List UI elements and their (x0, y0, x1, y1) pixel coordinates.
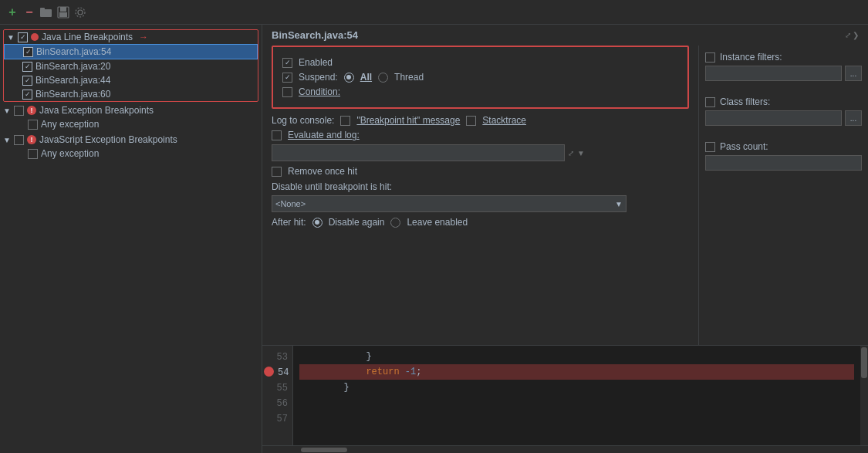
main-content: ▼ Java Line Breakpoints → BinSearch.java… (0, 25, 868, 453)
instance-filters-checkbox[interactable] (705, 52, 715, 63)
evaluate-text-input[interactable] (272, 144, 565, 161)
red-arrow-icon: → (139, 32, 148, 42)
binsearch-20-item[interactable]: BinSearch.java:20 (4, 59, 258, 73)
return-keyword: return (366, 367, 399, 377)
all-radio[interactable] (344, 73, 354, 83)
remove-icon[interactable]: − (23, 6, 35, 19)
condition-row: Condition: (282, 86, 678, 97)
class-filters-dots-button[interactable]: ... (845, 110, 862, 126)
js-exception-group: ▼ ! JavaScript Exception Breakpoints Any… (0, 133, 262, 161)
js-exception-dot-icon: ! (27, 135, 36, 144)
code-gutter: 53 54 55 56 57 (262, 346, 293, 445)
gutter-line-56: 56 (262, 395, 292, 411)
after-hit-row: After hit: Disable again Leave enabled (272, 217, 689, 228)
thread-radio[interactable] (378, 73, 388, 83)
java-line-breakpoints-checkbox[interactable] (18, 32, 28, 42)
vertical-scrollbar[interactable] (860, 346, 868, 445)
settings-icon[interactable] (74, 6, 86, 19)
gutter-line-53: 53 (262, 349, 292, 364)
pass-count-section: Pass count: (705, 141, 862, 171)
java-any-exception-item[interactable]: Any exception (0, 117, 262, 131)
evaluate-log-checkbox[interactable] (272, 130, 282, 140)
save-icon[interactable] (57, 6, 69, 19)
line-number-53: 53 (277, 352, 288, 363)
disable-again-radio[interactable] (312, 218, 323, 228)
line-number-55: 55 (277, 383, 288, 394)
disable-until-section: Disable until breakpoint is hit: <None> … (272, 181, 689, 212)
js-exception-checkbox[interactable] (14, 135, 24, 145)
java-line-breakpoints-header[interactable]: ▼ Java Line Breakpoints → (4, 30, 258, 44)
expand-icon[interactable]: ⤢ (845, 31, 851, 39)
binsearch-54-item[interactable]: BinSearch.java:54 (4, 44, 258, 59)
java-exception-header[interactable]: ▼ ! Java Exception Breakpoints (0, 103, 262, 117)
remove-once-hit-row: Remove once hit (272, 166, 689, 177)
class-filters-checkbox[interactable] (705, 97, 715, 107)
suspend-checkbox[interactable] (282, 73, 292, 83)
disable-again-label: Disable again (329, 217, 385, 228)
instance-filters-input[interactable] (705, 66, 842, 81)
stacktrace-checkbox[interactable] (466, 116, 476, 126)
java-line-breakpoints-border: ▼ Java Line Breakpoints → BinSearch.java… (3, 29, 258, 102)
instance-filters-dots-button[interactable]: ... (845, 66, 862, 81)
class-filters-label-row: Class filters: (705, 96, 862, 107)
none-dropdown[interactable]: <None> ▼ (272, 195, 627, 212)
panel-title: BinSearch.java:54 (272, 29, 358, 41)
remove-once-hit-checkbox[interactable] (272, 167, 282, 177)
binsearch-20-checkbox[interactable] (22, 62, 32, 72)
js-any-exception-checkbox[interactable] (28, 149, 38, 159)
js-exception-header[interactable]: ▼ ! JavaScript Exception Breakpoints (0, 133, 262, 147)
evaluate-input-row: ⤢ ▼ (272, 144, 689, 161)
middle-content: Enabled Suspend: All Thread (262, 46, 698, 345)
log-to-console-label: Log to console: (272, 115, 334, 126)
svg-rect-4 (59, 12, 67, 17)
all-label: All (360, 72, 372, 83)
code-line-56 (299, 395, 854, 411)
h-scrollbar-thumb[interactable] (301, 448, 347, 452)
eval-expand-icon[interactable]: ⤢ (568, 149, 574, 157)
eval-arrow-icon[interactable]: ▼ (577, 149, 585, 157)
binsearch-54-checkbox[interactable] (23, 47, 33, 57)
log-console-checkbox[interactable] (340, 116, 350, 126)
code-line-55: } (299, 380, 854, 395)
horizontal-scrollbar[interactable] (262, 445, 868, 453)
js-any-exception-item[interactable]: Any exception (0, 147, 262, 161)
remove-once-hit-label: Remove once hit (288, 166, 357, 177)
java-any-exception-label: Any exception (41, 119, 99, 130)
exception-arrow-icon: ▼ (3, 106, 11, 115)
leave-enabled-radio[interactable] (390, 218, 400, 228)
folder-icon[interactable] (40, 6, 52, 19)
thread-label: Thread (394, 72, 424, 83)
java-any-exception-checkbox[interactable] (28, 120, 38, 130)
enabled-label: Enabled (299, 57, 333, 68)
pass-count-input[interactable] (705, 155, 862, 171)
suspend-label: Suspend: (299, 72, 338, 83)
svg-point-5 (78, 10, 83, 15)
add-icon[interactable]: + (6, 6, 19, 19)
svg-point-6 (76, 8, 85, 17)
right-body: Enabled Suspend: All Thread (262, 46, 868, 345)
binsearch-44-label: BinSearch.java:44 (35, 75, 110, 86)
class-filters-input[interactable] (705, 110, 842, 126)
maximize-controls: ⤢ ❯ (845, 31, 859, 39)
binsearch-44-checkbox[interactable] (22, 76, 32, 86)
right-header: BinSearch.java:54 ⤢ ❯ (262, 25, 868, 46)
after-hit-label: After hit: (272, 217, 306, 228)
svg-rect-3 (60, 7, 66, 12)
java-line-breakpoints-group: ▼ Java Line Breakpoints → BinSearch.java… (0, 29, 262, 102)
scrollbar-thumb[interactable] (861, 347, 867, 378)
evaluate-log-label: Evaluate and log: (288, 130, 360, 140)
disable-until-label: Disable until breakpoint is hit: (272, 181, 689, 192)
java-exception-checkbox[interactable] (14, 106, 24, 116)
dropdown-arrow-icon: ▼ (615, 200, 623, 208)
java-exception-group: ▼ ! Java Exception Breakpoints Any excep… (0, 103, 262, 131)
pass-count-checkbox[interactable] (705, 142, 715, 152)
collapse-icon[interactable]: ❯ (853, 31, 859, 39)
binsearch-60-checkbox[interactable] (22, 90, 32, 100)
binsearch-60-item[interactable]: BinSearch.java:60 (4, 87, 258, 101)
condition-checkbox[interactable] (282, 87, 292, 97)
binsearch-44-item[interactable]: BinSearch.java:44 (4, 73, 258, 87)
enabled-checkbox[interactable] (282, 58, 292, 68)
minus-one: -1 (405, 367, 416, 377)
class-filters-input-row: ... (705, 110, 862, 126)
binsearch-54-label: BinSearch.java:54 (36, 46, 111, 57)
